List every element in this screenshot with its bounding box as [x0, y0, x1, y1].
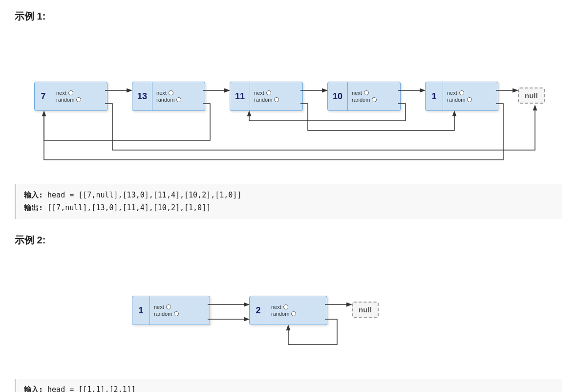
node-7-random: random: [56, 97, 81, 103]
node-e2-1-random: random: [154, 311, 179, 317]
node-10-next-circle: [364, 90, 369, 95]
example1-input-line: 输入: head = [[7,null],[13,0],[11,4],[10,2…: [24, 189, 555, 202]
node-1-random-circle: [467, 97, 472, 102]
node-13-val: 13: [132, 82, 152, 110]
example1-output-label: 输出:: [24, 203, 43, 212]
node-e2-1-next: next: [154, 304, 179, 310]
node-10-fields: next random: [348, 82, 381, 110]
node-13-random: random: [156, 97, 181, 103]
node-13-fields: next random: [152, 82, 185, 110]
example1-code: 输入: head = [[7,null],[13,0],[11,4],[10,2…: [15, 184, 562, 219]
node-1-next: next: [447, 90, 472, 96]
example2-section: 示例 2: 1 next random 2 next: [15, 234, 562, 392]
node-7: 7 next random: [34, 82, 107, 111]
example2-input-label: 输入:: [24, 385, 43, 392]
example2-code: 输入: head = [[1,1],[2,1]] 输出: [[1,1],[2,1…: [15, 379, 562, 392]
node-10: 10 next random: [327, 82, 401, 111]
node-10-val: 10: [328, 82, 348, 110]
example2-diagram: 1 next random 2 next: [15, 257, 562, 364]
example1-input-label: 输入:: [24, 191, 43, 199]
node-e2-2-val: 2: [250, 296, 267, 325]
node-7-next: next: [56, 90, 81, 96]
node-11: 11 next random: [230, 82, 303, 111]
example1-output-value: [[7,null],[13,0],[11,4],[10,2],[1,0]]: [47, 203, 211, 212]
example2-title: 示例 2:: [15, 234, 562, 247]
null-node-1: null: [518, 87, 545, 104]
node-11-next: next: [254, 90, 279, 96]
node-e2-2: 2 next random: [249, 296, 327, 325]
node-e2-2-next-circle: [283, 305, 288, 309]
node-10-next: next: [352, 90, 377, 96]
example2-input-value: head = [[1,1],[2,1]]: [47, 385, 136, 392]
node-11-random: random: [254, 97, 279, 103]
node-e2-2-next: next: [271, 304, 296, 310]
null-node-2: null: [352, 302, 379, 318]
node-e2-1-next-circle: [166, 305, 171, 309]
node-1-next-circle: [459, 90, 464, 95]
node-11-val: 11: [230, 82, 250, 110]
node-1-random: random: [447, 97, 472, 103]
example1-title: 示例 1:: [15, 10, 562, 23]
node-e2-1: 1 next random: [132, 296, 210, 325]
node-13-next-circle: [169, 90, 173, 95]
node-7-next-circle: [68, 90, 73, 95]
example1-output-line: 输出: [[7,null],[13,0],[11,4],[10,2],[1,0]…: [24, 202, 555, 215]
node-11-fields: next random: [250, 82, 283, 110]
node-e2-2-random: random: [271, 311, 296, 317]
node-7-random-circle: [76, 97, 81, 102]
node-1: 1 next random: [425, 82, 498, 111]
node-10-random-circle: [372, 97, 377, 102]
node-11-random-circle: [274, 97, 279, 102]
example1-input-value: head = [[7,null],[13,0],[11,4],[10,2],[1…: [47, 191, 241, 199]
node-13-random-circle: [176, 97, 181, 102]
node-e2-1-random-circle: [174, 311, 179, 316]
node-e2-2-fields: next random: [267, 296, 300, 325]
example2-input-line: 输入: head = [[1,1],[2,1]]: [24, 384, 555, 392]
node-e2-1-val: 1: [132, 296, 150, 325]
example1-diagram: 7 next random 13 next: [15, 33, 562, 170]
example1-section: 示例 1: 7 next random 13 next: [15, 10, 562, 219]
node-10-random: random: [352, 97, 377, 103]
node-7-val: 7: [35, 82, 52, 110]
node-e2-2-random-circle: [291, 311, 296, 316]
node-11-next-circle: [266, 90, 271, 95]
node-7-fields: next random: [52, 82, 85, 110]
node-13: 13 next random: [132, 82, 205, 111]
node-1-val: 1: [426, 82, 443, 110]
node-13-next: next: [156, 90, 181, 96]
node-1-fields: next random: [443, 82, 476, 110]
node-e2-1-fields: next random: [150, 296, 183, 325]
